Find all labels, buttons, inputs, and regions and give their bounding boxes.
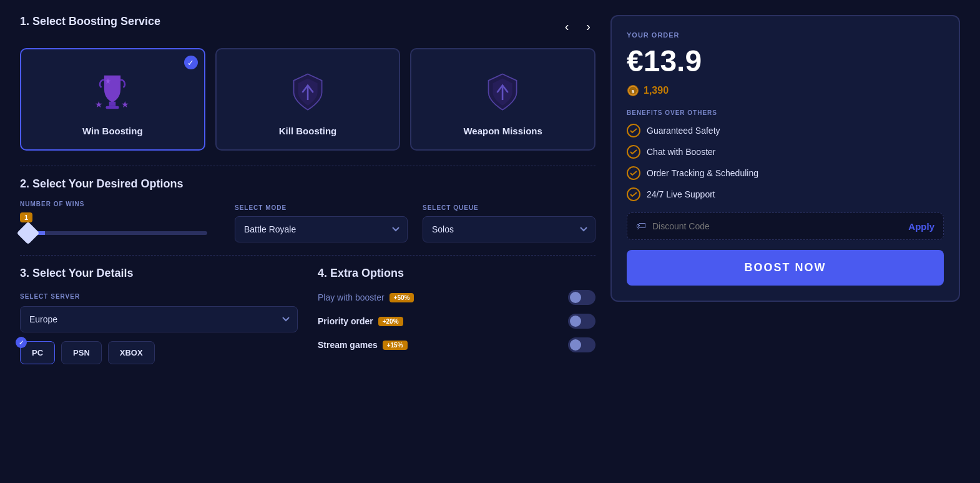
options-row: NUMBER OF WINS 1 bbox=[20, 201, 595, 242]
extra-option-left-1: Play with booster +50% bbox=[318, 292, 414, 302]
platform-pc-label: PC bbox=[32, 348, 43, 357]
weapon-missions-icon bbox=[483, 72, 523, 112]
benefit-chat-with-booster: Chat with Booster bbox=[627, 145, 944, 159]
svg-rect-3 bbox=[106, 106, 119, 109]
apply-discount-button[interactable]: Apply bbox=[908, 221, 934, 232]
stream-games-badge: +15% bbox=[383, 341, 408, 350]
priority-order-toggle[interactable] bbox=[568, 314, 595, 329]
win-boosting-icon-area: ★ ★ bbox=[31, 67, 194, 117]
weapon-missions-label: Weapon Missions bbox=[463, 126, 542, 136]
service-card-win-boosting[interactable]: ✓ ★ ★ bbox=[20, 48, 205, 151]
extra-option-priority-order: Priority order +20% bbox=[318, 314, 595, 329]
kill-boosting-label: Kill Boosting bbox=[279, 126, 337, 136]
extra-option-play-with-booster: Play with booster +50% bbox=[318, 290, 595, 305]
queue-select[interactable]: Solos Duos Trios Quads bbox=[423, 216, 595, 242]
trophy-icon: ★ ★ bbox=[91, 70, 134, 114]
shield-icon bbox=[288, 72, 328, 112]
details-section: 3. Select Your Details SELECT SERVER Eur… bbox=[20, 267, 298, 364]
stream-games-label: Stream games bbox=[318, 340, 378, 350]
boost-now-button[interactable]: BOOST NOW bbox=[627, 250, 944, 286]
benefit-check-2 bbox=[627, 145, 640, 159]
svg-text:★: ★ bbox=[121, 99, 129, 109]
queue-label: SELECT QUEUE bbox=[423, 204, 595, 211]
play-with-booster-badge: +50% bbox=[390, 293, 414, 302]
mode-group: SELECT MODE Battle Royale Plunder Ranked bbox=[235, 204, 408, 242]
section4-title: 4. Extra Options bbox=[318, 267, 595, 280]
pc-check-icon: ✓ bbox=[16, 337, 27, 348]
stream-games-toggle[interactable] bbox=[568, 337, 595, 352]
extra-option-stream-games: Stream games +15% bbox=[318, 337, 595, 352]
weapon-missions-icon-area bbox=[421, 67, 584, 117]
section-divider-2 bbox=[20, 255, 595, 256]
server-select-wrap: Europe North America Asia South America bbox=[20, 306, 298, 332]
selected-check-icon: ✓ bbox=[184, 56, 198, 69]
queue-group: SELECT QUEUE Solos Duos Trios Quads bbox=[423, 204, 595, 242]
section3-title: 3. Select Your Details bbox=[20, 267, 298, 280]
mode-select[interactable]: Battle Royale Plunder Ranked bbox=[235, 216, 408, 242]
benefit-guaranteed-safety: Guaranteed Safety bbox=[627, 124, 944, 137]
win-boosting-label: Win Boosting bbox=[82, 126, 143, 136]
left-panel: 1. Select Boosting Service ‹ › ✓ ★ ★ bbox=[20, 15, 595, 364]
extra-option-left-3: Stream games +15% bbox=[318, 340, 408, 350]
benefit-order-tracking: Order Tracking & Scheduling bbox=[627, 166, 944, 180]
benefit-check-3 bbox=[627, 166, 640, 180]
options-section: 2. Select Your Desired Options NUMBER OF… bbox=[20, 177, 595, 242]
svg-text:$: $ bbox=[632, 89, 635, 94]
service-cards: ✓ ★ ★ bbox=[20, 48, 595, 151]
platform-psn-label: PSN bbox=[73, 348, 90, 357]
wins-group: NUMBER OF WINS 1 bbox=[20, 201, 220, 242]
coin-icon: $ bbox=[627, 84, 639, 97]
benefit-text-4: 24/7 Live Support bbox=[647, 189, 715, 199]
price-display: €13.9 bbox=[627, 44, 944, 78]
wins-label: NUMBER OF WINS bbox=[20, 201, 220, 207]
server-label: SELECT SERVER bbox=[20, 293, 80, 300]
benefits-label: BENEFITS OVER OTHERS bbox=[627, 109, 944, 116]
platform-pc-button[interactable]: ✓ PC bbox=[20, 341, 55, 364]
svg-text:★: ★ bbox=[95, 99, 103, 109]
coins-value: 1,390 bbox=[644, 85, 669, 96]
benefit-text-2: Chat with Booster bbox=[647, 147, 716, 157]
benefit-check-1 bbox=[627, 124, 640, 137]
coins-row: $ 1,390 bbox=[627, 84, 944, 97]
mode-label: SELECT MODE bbox=[235, 204, 408, 211]
platform-xbox-button[interactable]: XBOX bbox=[108, 341, 155, 364]
kill-boosting-icon-area bbox=[227, 67, 390, 117]
benefit-check-4 bbox=[627, 187, 640, 201]
nav-next-button[interactable]: › bbox=[581, 17, 595, 36]
platform-xbox-label: XBOX bbox=[120, 348, 143, 357]
service-card-weapon-missions[interactable]: Weapon Missions bbox=[410, 48, 595, 151]
service-card-kill-boosting[interactable]: Kill Boosting bbox=[215, 48, 401, 151]
benefit-live-support: 24/7 Live Support bbox=[627, 187, 944, 201]
svg-rect-2 bbox=[109, 102, 116, 106]
server-select[interactable]: Europe North America Asia South America bbox=[20, 306, 298, 332]
benefit-text-1: Guaranteed Safety bbox=[647, 126, 720, 136]
details-extra-row: 3. Select Your Details SELECT SERVER Eur… bbox=[20, 267, 595, 364]
section1-nav: 1. Select Boosting Service ‹ › bbox=[20, 15, 595, 38]
section1-title: 1. Select Boosting Service bbox=[20, 15, 160, 28]
play-with-booster-toggle[interactable] bbox=[568, 290, 595, 305]
benefit-text-3: Order Tracking & Scheduling bbox=[647, 168, 758, 178]
nav-prev-button[interactable]: ‹ bbox=[560, 17, 574, 36]
discount-row: 🏷 Apply bbox=[627, 212, 944, 240]
section2-title: 2. Select Your Desired Options bbox=[20, 177, 595, 191]
priority-order-badge: +20% bbox=[378, 317, 403, 326]
discount-code-input[interactable] bbox=[652, 221, 902, 231]
your-order-label: YOUR ORDER bbox=[627, 31, 944, 39]
priority-order-label: Priority order bbox=[318, 316, 373, 326]
platform-psn-button[interactable]: PSN bbox=[61, 341, 102, 364]
section-divider-1 bbox=[20, 166, 595, 166]
nav-arrows: ‹ › bbox=[560, 17, 595, 36]
order-card: YOUR ORDER €13.9 $ 1,390 BENEFITS OVER O… bbox=[610, 15, 960, 302]
wins-slider-row: 1 bbox=[20, 212, 220, 242]
extra-option-left-2: Priority order +20% bbox=[318, 316, 403, 326]
wins-badge: 1 bbox=[20, 212, 32, 222]
right-panel: YOUR ORDER €13.9 $ 1,390 BENEFITS OVER O… bbox=[610, 15, 960, 364]
platform-buttons: ✓ PC PSN XBOX bbox=[20, 341, 298, 364]
play-with-booster-label: Play with booster bbox=[318, 292, 385, 302]
extra-section: 4. Extra Options Play with booster +50% … bbox=[318, 267, 595, 364]
discount-icon: 🏷 bbox=[636, 221, 646, 232]
